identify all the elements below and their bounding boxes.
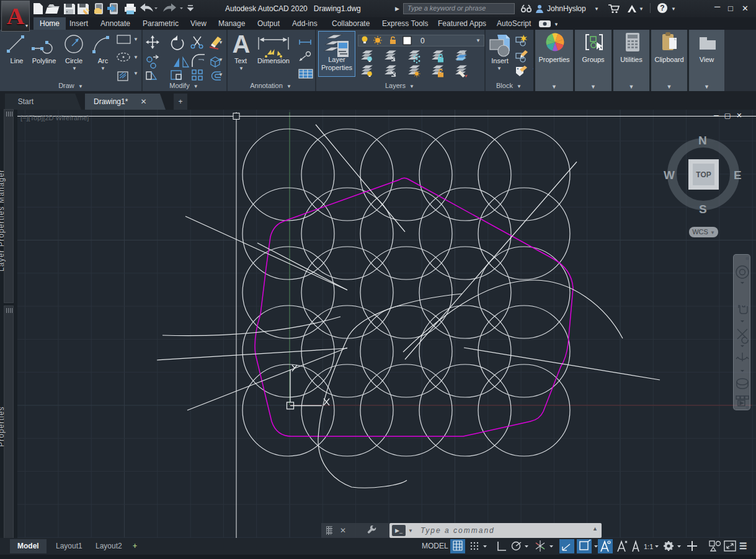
svg-text:▼: ▼	[554, 22, 558, 27]
svg-text:1:1: 1:1	[644, 543, 653, 550]
